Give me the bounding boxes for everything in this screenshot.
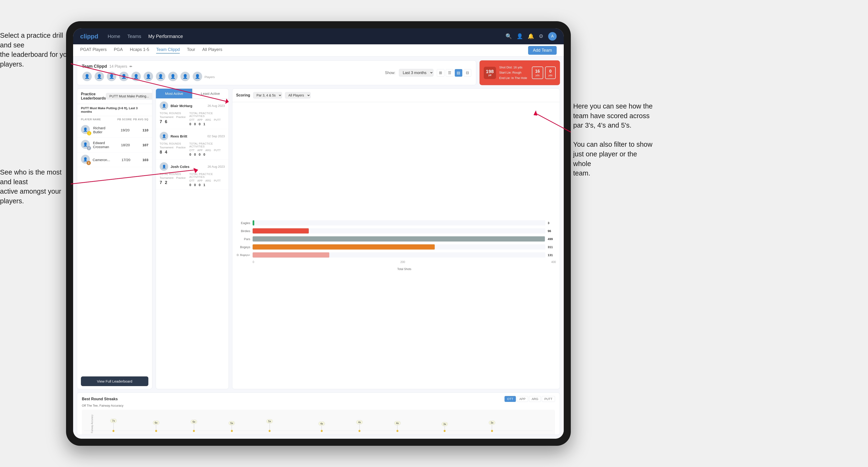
subnav-hcaps[interactable]: Hcaps 1-5 xyxy=(130,47,149,54)
active-avatar-2: 👤 xyxy=(160,132,168,140)
scoring-title: Scoring xyxy=(236,93,250,97)
subnav-all-players[interactable]: All Players xyxy=(203,47,222,54)
nav-icons: 🔍 👤 🔔 ⚙ A xyxy=(505,32,557,40)
show-label: Show: xyxy=(385,71,395,75)
player-avatar-3[interactable]: 👤 xyxy=(106,71,117,82)
bell-icon[interactable]: 🔔 xyxy=(528,33,534,39)
grid-view-icon[interactable]: ⊞ xyxy=(437,69,444,76)
streak-btn-ott[interactable]: OTT xyxy=(504,396,516,402)
streak-filter-buttons: OTT APP ARG PUTT xyxy=(504,396,555,402)
person-icon[interactable]: 👤 xyxy=(517,33,523,39)
subnav-team-clippd[interactable]: Team Clippd xyxy=(156,47,180,54)
active-item-3: 👤 Josh Coles 26 Aug 2023 Total Rounds To… xyxy=(156,159,228,190)
active-name-1: Blair McHarg xyxy=(170,104,205,108)
activities-sub-labels-3: OTT APP ARG PUTT xyxy=(189,179,225,182)
lb-name-2: Edward Crossman xyxy=(93,141,109,149)
practice-leaderboards-card: Practice Leaderboards PUTT Must Make Put… xyxy=(77,88,152,389)
active-date-3: 26 Aug 2023 xyxy=(208,165,225,168)
eagles-value: 3 xyxy=(548,221,556,225)
nav-links: Home Teams My Performance xyxy=(108,34,505,39)
pars-value: 499 xyxy=(548,237,556,241)
player-avatar-9[interactable]: 👤 xyxy=(180,71,190,82)
nav-home[interactable]: Home xyxy=(108,34,120,39)
streak-pin-5: 5x xyxy=(266,419,273,432)
streak-btn-app[interactable]: APP xyxy=(517,396,528,402)
dbogeys-bar-container xyxy=(253,252,545,257)
streak-btn-arg[interactable]: ARG xyxy=(529,396,541,402)
active-item-1: 👤 Blair McHarg 26 Aug 2023 Total Rounds … xyxy=(156,99,228,129)
player-avatar-8[interactable]: 👤 xyxy=(168,71,178,82)
tablet-frame: clippd Home Teams My Performance 🔍 👤 🔔 ⚙… xyxy=(66,21,571,446)
subnav-pga[interactable]: PGA xyxy=(114,47,123,54)
view-full-leaderboard-button[interactable]: View Full Leaderboard xyxy=(81,376,148,386)
tab-most-active[interactable]: Most Active xyxy=(156,89,192,98)
settings-icon[interactable]: ⚙ xyxy=(539,33,544,39)
rounds-sub-labels-2: Tournament Practice xyxy=(160,146,186,149)
add-team-button[interactable]: Add Team xyxy=(528,46,557,55)
rounds-values-3: 7 2 xyxy=(160,180,186,185)
player-avatar-7[interactable]: 👤 xyxy=(155,71,166,82)
active-avatar-1: 👤 xyxy=(160,101,168,110)
streak-pin-4: 5x xyxy=(228,421,235,432)
total-rounds-group-1: Total Rounds Tournament Practice 7 6 xyxy=(160,112,186,126)
streak-pin-8: 4x xyxy=(394,421,401,432)
player-avatar-10[interactable]: 👤 xyxy=(192,71,203,82)
player-avatar-6[interactable]: 👤 xyxy=(143,71,154,82)
x-label-400: 400 xyxy=(551,260,556,264)
tab-least-active[interactable]: Least Active xyxy=(192,89,228,98)
cards-row: Practice Leaderboards PUTT Must Make Put… xyxy=(77,88,560,389)
practice-val-3: 2 xyxy=(165,180,167,185)
total-rounds-group-3: Total Rounds Tournament Practice 7 2 xyxy=(160,173,186,187)
leaderboard-list: 👤 1 Richard Butler 19/20 110 👤 2 xyxy=(77,123,152,374)
user-avatar[interactable]: A xyxy=(548,32,557,40)
filter-icon[interactable]: ⊟ xyxy=(464,69,471,76)
dbogeys-value: 131 xyxy=(548,253,556,257)
bogeys-row: Bogeys 311 xyxy=(236,244,556,250)
x-label-200: 200 xyxy=(400,260,405,264)
active-date-2: 02 Sep 2023 xyxy=(207,134,225,138)
drill-select[interactable]: PUTT Must Make Putting... xyxy=(106,93,152,99)
active-stats-2: Total Rounds Tournament Practice 8 4 xyxy=(160,142,225,156)
lb-score-1: 19/20 xyxy=(111,128,129,132)
player-avatar-2[interactable]: 👤 xyxy=(94,71,104,82)
nav-my-performance[interactable]: My Performance xyxy=(148,34,183,39)
birdies-label: Birdies xyxy=(236,229,250,233)
total-rounds-group-2: Total Rounds Tournament Practice 8 4 xyxy=(160,142,186,156)
list-view-icon[interactable]: ☰ xyxy=(446,69,453,76)
streak-pin-10: 3x xyxy=(489,421,495,432)
lb-avg-2: 107 xyxy=(132,143,148,147)
lb-row-2: 👤 2 Edward Crossman 18/20 107 xyxy=(77,137,152,152)
streak-pin-1: 7x xyxy=(110,418,117,432)
player-avatar-5[interactable]: 👤 xyxy=(131,71,141,82)
nav-teams[interactable]: Teams xyxy=(127,34,141,39)
yard1-unit: yds xyxy=(535,74,540,76)
streak-btn-putt[interactable]: PUTT xyxy=(542,396,555,402)
birdies-bar-container xyxy=(253,228,545,234)
streaks-chart: Fairway Accuracy 7x 6x 6x xyxy=(82,410,555,435)
rounds-sub-labels-1: Tournament Practice xyxy=(160,116,186,118)
par-select[interactable]: Par 3, 4 & 5s Par 3s Par 4s Par 5s xyxy=(253,92,282,99)
practice-card-header: Practice Leaderboards PUTT Must Make Put… xyxy=(77,89,152,104)
activities-values-3: 0 0 0 1 xyxy=(189,183,225,187)
streak-pin-9: 3x xyxy=(441,422,448,432)
activities-sub-labels-2: OTT APP ARG PUTT xyxy=(189,149,225,152)
view-icons: ⊞ ☰ ▤ ⊟ xyxy=(437,69,471,76)
pars-bar-container xyxy=(253,236,545,242)
player-avatar-4[interactable]: 👤 xyxy=(119,71,129,82)
lb-avg-1: 110 xyxy=(132,128,148,132)
search-icon[interactable]: 🔍 xyxy=(505,33,512,39)
dbogeys-bar xyxy=(253,252,329,257)
subnav-pgat[interactable]: PGAT Players xyxy=(80,47,106,54)
team-info: Team Clippd 14 Players ✏ 👤 👤 👤 👤 👤 👤 👤 xyxy=(82,64,215,82)
lb-avatar-3: 👤 3 xyxy=(81,155,90,165)
annotation-right: Here you can see how theteam have scored… xyxy=(573,101,653,178)
edit-icon[interactable]: ✏ xyxy=(129,65,132,68)
total-rounds-label-1: Total Rounds xyxy=(160,112,186,115)
detail-view-icon[interactable]: ▤ xyxy=(455,69,462,76)
player-avatar-1[interactable]: 👤 xyxy=(82,71,92,82)
show-select[interactable]: Last 3 months Last 6 months Last year xyxy=(399,69,434,76)
pars-label: Pars xyxy=(236,237,250,241)
active-name-2: Rees Britt xyxy=(170,134,205,138)
player-select[interactable]: All Players xyxy=(285,92,311,99)
subnav-tour[interactable]: Tour xyxy=(187,47,195,54)
